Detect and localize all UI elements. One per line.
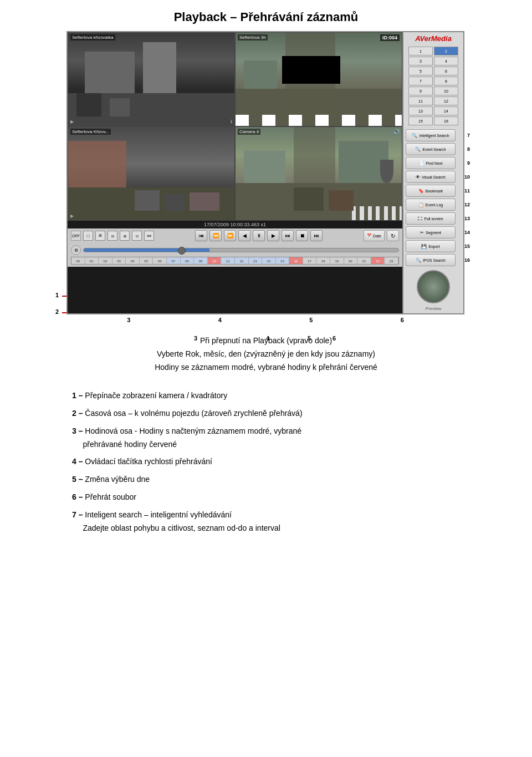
cam-sel-14[interactable]: 14 [434,106,458,115]
desc-6: 6 – Přehrát soubor [55,491,477,504]
event-log-row: 📋 Event Log 12 [406,199,461,211]
layout-btn-3x3[interactable]: ⊟ [108,231,117,241]
full-screen-button[interactable]: ⛶ Full screen [406,212,456,225]
cam-sel-3[interactable]: 3 [408,57,433,65]
cam-sel-12[interactable]: 12 [434,96,458,105]
avermedia-logo: AVerMedia [415,34,452,43]
event-search-icon: 🔍 [415,147,421,152]
pb-play[interactable]: ▶ [267,230,279,241]
pb-stop[interactable]: ⏹ [296,230,308,241]
event-search-button[interactable]: 🔍 Event Search [406,143,456,155]
hour-14[interactable]: 14 [262,257,276,264]
visual-search-icon: 👁 [416,175,420,180]
cam-sel-15[interactable]: 15 [408,116,433,125]
hour-03[interactable]: 03 [112,257,126,264]
pb-forward-fast[interactable]: ⏩ [224,230,236,241]
btn-num-12: 12 [464,202,470,207]
hour-22[interactable]: 22 [371,257,385,264]
car-4a [294,187,324,211]
event-log-button[interactable]: 📋 Event Log [406,199,456,211]
cam-sel-16[interactable]: 16 [434,116,458,125]
hour-06[interactable]: 06 [153,257,167,264]
slider-thumb[interactable] [178,247,186,255]
find-next-row: 📄 Find Next 9 [406,157,461,169]
hour-11[interactable]: 11 [221,257,235,264]
label-4-bottom: 4 [266,335,269,342]
hour-scale[interactable]: 00 01 02 03 04 05 06 07 08 09 10 11 12 1… [71,257,399,265]
pb-rewind-fast[interactable]: ⏪ [209,230,222,241]
hour-10[interactable]: 10 [208,257,222,264]
layout-btn-2x2[interactable]: ⊞ [95,231,105,241]
bookmark-icon: 🔖 [418,189,424,194]
cam4-sound-icon: 🔊 [393,129,400,135]
export-row: 💾 Export 15 [406,240,461,252]
bookmark-button[interactable]: 🔖 Bookmark [406,185,456,197]
pb-skip-end[interactable]: ⏭ [310,230,323,241]
camera-cell-1: Seftertova křizovatka ▶ ℹ [68,32,235,126]
cam-sel-7[interactable]: 7 [408,77,433,85]
date-button[interactable]: 📅 Date [364,230,385,241]
cam-sel-13[interactable]: 13 [408,106,433,115]
cam1-play-icon: ▶ [70,119,74,124]
hour-12[interactable]: 12 [235,257,249,264]
ipos-search-button[interactable]: 🔍 IPOS Search [406,254,456,266]
btn-num-11: 11 [464,188,470,194]
intelligent-search-button[interactable]: 🔍 Intelligent Search [406,129,456,141]
right-buttons-container: 🔍 Intelligent Search 7 🔍 Event Search 8 … [406,129,461,266]
cam-sel-2[interactable]: 2 [434,47,458,55]
cam-sel-1[interactable]: 1 [408,47,433,55]
cam2-id: ID:004 [380,34,400,41]
timeline-slider-track[interactable] [83,248,399,252]
hour-01[interactable]: 01 [85,257,99,264]
full-screen-icon: ⛶ [418,216,422,221]
hour-05[interactable]: 05 [140,257,154,264]
slider-icon[interactable]: ⚙ [71,245,81,255]
cam-sel-11[interactable]: 11 [408,96,433,105]
cam-sel-10[interactable]: 10 [434,87,458,95]
hour-17[interactable]: 17 [303,257,317,264]
cam-sel-8[interactable]: 8 [434,77,458,85]
hour-15[interactable]: 15 [276,257,290,264]
hour-07[interactable]: 07 [167,257,181,264]
layout-btn-6x6[interactable]: ⊞⊞ [144,231,154,241]
bottom-label-5: 5 [309,317,313,323]
car-3c [190,192,219,211]
segment-button[interactable]: ✂ Segment [406,226,456,238]
visual-search-label: Visual Search [422,175,446,179]
cam-sel-4[interactable]: 4 [434,57,458,65]
cam-sel-9[interactable]: 9 [408,87,433,95]
hour-00[interactable]: 00 [71,257,85,264]
building-4a [244,150,285,183]
pb-skip-start[interactable]: ⏮ [195,230,207,241]
page-title: Playback – Přehrávání záznamů [0,0,532,31]
hour-23[interactable]: 23 [385,257,398,264]
export-button[interactable]: 💾 Export [406,240,456,252]
cam-sel-6[interactable]: 6 [434,67,458,75]
cam-sel-5[interactable]: 5 [408,67,433,75]
visual-search-button[interactable]: 👁 Visual Search [406,171,456,183]
pb-pause[interactable]: ⏸ [253,230,265,241]
layout-btn-1x1[interactable]: □ [83,231,93,241]
slider-row: ⚙ [71,245,399,255]
hour-18[interactable]: 18 [316,257,330,264]
hour-16[interactable]: 16 [289,257,303,264]
ipos-search-label: IPOS Search [423,258,446,262]
pb-rewind[interactable]: ◀ [238,230,250,241]
hour-02[interactable]: 02 [99,257,112,264]
hour-08[interactable]: 08 [181,257,195,264]
refresh-button[interactable]: ↻ [387,230,399,241]
find-next-button[interactable]: 📄 Find Next [406,157,456,169]
desc-5: 5 – Změna výběru dne [55,473,477,486]
hour-13[interactable]: 13 [249,257,263,264]
layout-btn-4x4[interactable]: ⊠ [120,231,130,241]
pb-next-frame[interactable]: ⏭ [282,230,294,241]
hour-21[interactable]: 21 [357,257,371,264]
event-log-icon: 📋 [418,202,424,207]
layout-btn-5x5[interactable]: ⊡ [132,231,142,241]
hour-04[interactable]: 04 [126,257,140,264]
hour-09[interactable]: 09 [194,257,208,264]
crosswalk-4 [352,206,402,220]
hour-19[interactable]: 19 [330,257,344,264]
off-button[interactable]: OFF [71,231,81,241]
hour-20[interactable]: 20 [344,257,358,264]
